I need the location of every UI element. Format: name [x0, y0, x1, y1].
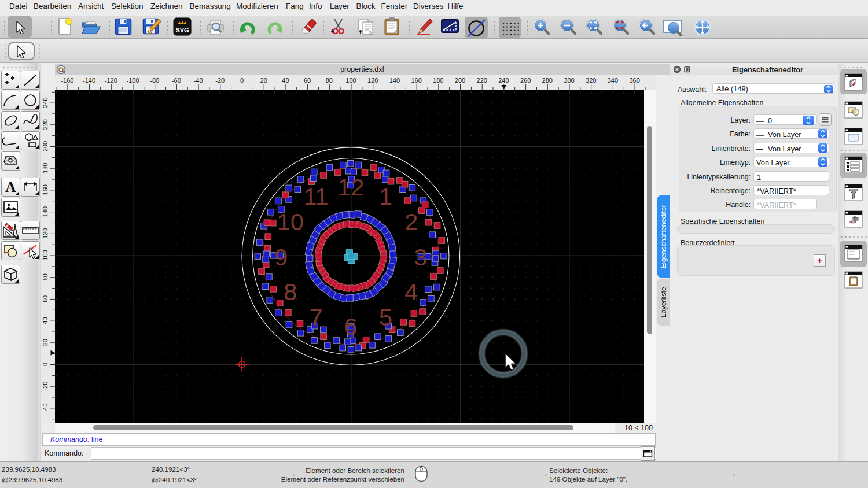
svg-text:7: 7 — [309, 304, 322, 331]
svg-text:4: 4 — [404, 278, 418, 305]
svg-text:9: 9 — [274, 243, 288, 271]
svg-text:200: 200 — [455, 77, 465, 84]
svg-text:-40: -40 — [42, 403, 49, 412]
svg-text:240: 240 — [498, 77, 509, 84]
svg-text:5: 5 — [379, 304, 392, 331]
svg-text:120: 120 — [42, 228, 49, 239]
svg-text:160: 160 — [42, 184, 49, 195]
svg-text:240: 240 — [42, 97, 49, 108]
svg-text:-140: -140 — [83, 77, 95, 84]
svg-text:20: 20 — [260, 77, 267, 84]
svg-text:180: 180 — [433, 77, 443, 84]
svg-text:220: 220 — [477, 77, 487, 84]
svg-text:-60: -60 — [172, 77, 181, 84]
svg-text:-160: -160 — [61, 77, 73, 84]
svg-text:-20: -20 — [42, 382, 49, 391]
svg-text:1: 1 — [379, 183, 392, 210]
svg-text:60: 60 — [42, 295, 49, 302]
svg-text:-40: -40 — [194, 77, 203, 84]
svg-text:200: 200 — [42, 141, 49, 151]
svg-text:180: 180 — [42, 163, 49, 173]
svg-text:0: 0 — [240, 77, 244, 84]
svg-text:40: 40 — [42, 317, 49, 324]
svg-text:80: 80 — [42, 273, 49, 280]
svg-text:SVG: SVG — [175, 27, 189, 34]
svg-text:3: 3 — [414, 243, 427, 271]
svg-text:2: 2 — [404, 208, 418, 235]
svg-text:220: 220 — [42, 119, 49, 130]
svg-text:6: 6 — [344, 313, 358, 340]
svg-text:140: 140 — [42, 206, 49, 217]
svg-text:10: 10 — [277, 208, 304, 235]
svg-text:100: 100 — [42, 250, 49, 260]
svg-text:20: 20 — [42, 339, 49, 346]
svg-text:-100: -100 — [126, 77, 139, 84]
svg-text:280: 280 — [542, 77, 553, 84]
svg-text:100: 100 — [345, 77, 356, 84]
svg-text:0: 0 — [42, 363, 49, 366]
svg-text:160: 160 — [411, 77, 421, 84]
svg-text:8: 8 — [284, 278, 297, 305]
svg-text:11: 11 — [303, 183, 328, 210]
svg-text:C command: C command — [849, 257, 859, 260]
svg-text:360: 360 — [629, 77, 639, 84]
svg-text:60: 60 — [304, 77, 311, 84]
svg-text:340: 340 — [608, 77, 618, 84]
svg-text:300: 300 — [564, 77, 574, 84]
svg-text:-80: -80 — [150, 77, 159, 84]
svg-text:12: 12 — [337, 173, 364, 201]
svg-text:260: 260 — [520, 77, 531, 84]
svg-text:-20: -20 — [215, 77, 225, 84]
svg-text:140: 140 — [389, 77, 400, 84]
svg-text:80: 80 — [326, 77, 333, 84]
svg-text:120: 120 — [367, 77, 378, 84]
svg-text:-120: -120 — [105, 77, 117, 84]
svg-text:40: 40 — [282, 77, 289, 84]
svg-text:320: 320 — [586, 77, 596, 84]
